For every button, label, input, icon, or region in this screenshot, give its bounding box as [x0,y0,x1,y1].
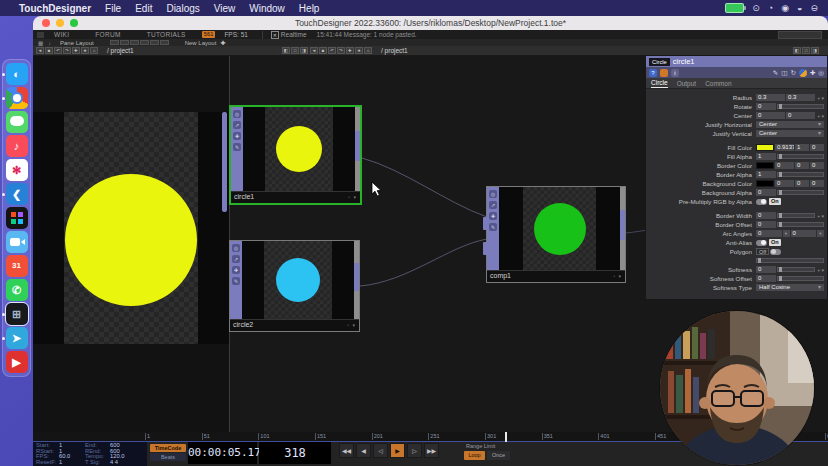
param-value-field[interactable]: 0 [756,103,776,110]
layout-preset-1[interactable] [110,40,119,45]
link-wiki[interactable]: WIKI [54,31,69,38]
play-forward-button[interactable]: ▶ [390,443,405,458]
tab-common[interactable]: Common [705,80,731,88]
node-toolbar-icon-4[interactable]: ✎ [232,277,240,285]
menu-help[interactable]: Help [292,3,327,14]
node-toolbar-icon-2[interactable]: ↗ [233,121,241,129]
design-grid-icon[interactable] [6,207,28,229]
slider-handle[interactable] [779,190,782,195]
node-scrollbar[interactable] [620,187,625,270]
node-toolbar[interactable]: ◎↗✚✎ [230,241,242,319]
node-toolbar[interactable]: ◎↗✚✎ [231,107,243,191]
bookmark-bar-stub[interactable] [778,31,822,39]
left-pane-nav-button-3[interactable]: ↶ [54,47,62,54]
left-pane-nav-button-1[interactable]: ◄ [36,47,44,54]
menu-window[interactable]: Window [242,3,292,14]
grid-layout-icon[interactable]: ▦ [38,40,43,46]
slider-handle[interactable] [779,104,782,109]
calendar-icon[interactable]: 31 [6,255,28,277]
node-viewer[interactable] [242,241,354,319]
param-dropdown[interactable]: Center▾ [756,130,824,137]
param-value-field[interactable]: 0 [775,162,794,169]
beats-mode-button[interactable]: Beats [150,453,186,461]
node-scrollbar[interactable] [355,107,360,191]
node-toolbar-icon-3[interactable]: ✚ [489,212,497,220]
param-value-field[interactable]: 0 [756,212,776,219]
param-value-field[interactable]: 0 [756,266,776,273]
pencil-icon[interactable]: ✎ [773,69,778,77]
loop-button[interactable]: Loop [464,451,485,460]
toggle-switch[interactable] [770,249,781,255]
touchdesigner-icon[interactable]: ⊞ [6,303,28,325]
play-reverse-button[interactable]: ◁ [373,443,388,458]
add-icon[interactable]: ✚ [810,69,815,77]
chrome-icon[interactable] [6,87,28,109]
input-connector-1[interactable] [483,217,487,230]
realtime-toggle[interactable]: ✕ Realtime [262,31,307,39]
param-value-field[interactable]: 0 [756,112,785,119]
frame-display[interactable]: 318 [259,442,331,464]
timeline-field-value[interactable]: 4 4 [110,460,136,466]
param-value-field[interactable]: 1 [795,144,809,151]
tab-circle[interactable]: Circle [651,79,668,88]
left-pane-nav-button-5[interactable]: ✚ [72,47,80,54]
vscode-icon[interactable]: ❮ [6,183,28,205]
left-pane-control-icon-2[interactable]: □ [291,47,299,54]
pane-layout-label[interactable]: Pane Layout [60,40,94,46]
param-row-menu-icon[interactable]: + ▾ [817,267,824,273]
node-toolbar-icon-4[interactable]: ✎ [489,223,497,231]
node-circle1[interactable]: ◎↗✚✎circle1▫ ▾ [229,105,362,205]
facetime-icon[interactable] [6,231,28,253]
playhead[interactable] [505,432,507,442]
param-slider[interactable] [777,154,824,159]
param-value-field[interactable]: 0 [810,180,824,187]
slider-handle[interactable] [779,154,782,159]
language-icon[interactable] [799,69,807,77]
param-value-field[interactable]: 0 [786,112,815,119]
parameter-dialog[interactable]: Circle circle1 ?i ✎◫↻✚◎ CircleOutputComm… [645,55,828,300]
messages-icon[interactable] [6,111,28,133]
whatsapp-icon[interactable]: ✆ [6,279,28,301]
help-icon[interactable]: ? [649,69,657,77]
output-connector[interactable] [354,263,359,291]
param-slider[interactable] [756,258,824,263]
param-value-field[interactable]: 0 [795,180,809,187]
once-button[interactable]: Once [487,451,510,460]
jump-end-button[interactable]: ▶▶ [424,443,439,458]
node-toolbar-icon-3[interactable]: ✚ [232,266,240,274]
param-row-menu-icon[interactable]: + ▾ [817,95,824,101]
left-pane-control-icon-3[interactable]: ◨ [300,47,308,54]
param-value-field[interactable]: 0 [810,144,824,151]
td-logo-icon[interactable] [37,32,44,38]
param-value-field[interactable]: 0 [756,189,776,196]
right-pane-nav-button-2[interactable]: ■ [319,47,327,54]
left-pane-nav-button-2[interactable]: ■ [45,47,53,54]
param-value-field[interactable]: 0.3 [756,94,785,101]
telegram-icon[interactable]: ➤ [6,327,28,349]
param-value-field[interactable]: 0 [791,230,817,237]
left-pane-control-icon-1[interactable]: ◧ [282,47,290,54]
node-toolbar-icon-1[interactable]: ◎ [233,110,241,118]
param-dropdown[interactable]: Half Cosine▾ [756,284,824,291]
param-slider[interactable] [777,222,824,227]
param-row-menu-icon[interactable]: + ▾ [817,113,824,119]
music-icon[interactable]: ♪ [6,135,28,157]
node-toolbar-icon-1[interactable]: ◎ [232,244,240,252]
param-slider[interactable] [777,172,824,177]
slider-handle[interactable] [779,172,782,177]
menu-file[interactable]: File [98,3,128,14]
color-swatch[interactable] [756,144,774,151]
tab-output[interactable]: Output [677,80,697,88]
layout-preset-2[interactable] [120,40,129,45]
jump-start-button[interactable]: ◀◀ [339,443,354,458]
right-pane-nav-button-6[interactable]: ★ [355,47,363,54]
slider-handle[interactable] [779,276,782,281]
chevron-down-icon[interactable]: ▾ [783,230,790,237]
param-value-field[interactable]: 0 [756,275,776,282]
node-toolbar[interactable]: ◎↗✚✎ [487,187,499,270]
slider-handle[interactable] [779,213,782,218]
menu-view[interactable]: View [207,3,243,14]
slider-handle[interactable] [779,267,782,272]
param-value-field[interactable]: 0 [756,230,782,237]
node-toolbar-icon-4[interactable]: ✎ [233,143,241,151]
